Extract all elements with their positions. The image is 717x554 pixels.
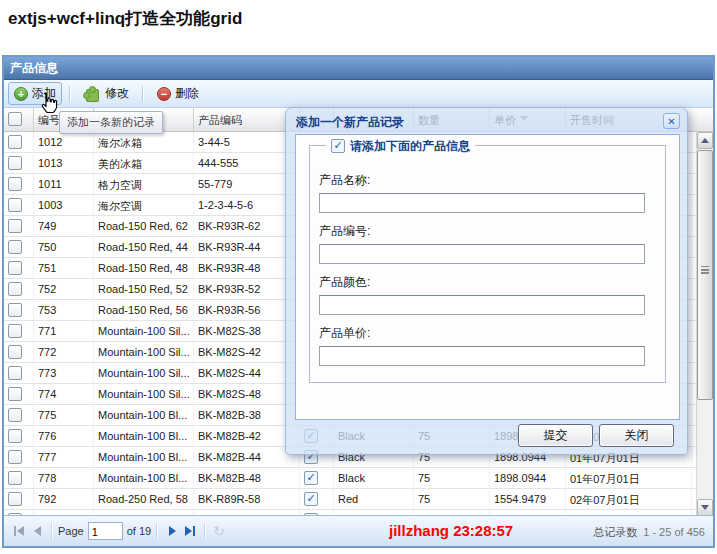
hand-cursor-icon [36, 91, 61, 120]
next-page-button[interactable] [163, 522, 181, 540]
row-select-checkbox[interactable] [8, 282, 22, 296]
add-icon: + [14, 87, 28, 101]
cell-sel[interactable] [4, 489, 34, 509]
paging-toolbar: Page of 19 ↻ jillzhang 23:28:57 总记录数1 - … [4, 515, 713, 546]
select-all-checkbox[interactable] [8, 112, 22, 126]
cell-sel[interactable] [4, 279, 34, 299]
delete-button[interactable]: − 删除 [151, 82, 205, 105]
cell-sel[interactable] [4, 258, 34, 278]
paging-separator [204, 523, 206, 539]
cell-name: Mountain-100 Bl... [94, 447, 194, 467]
cell-chk[interactable]: ✓ [300, 468, 334, 488]
panel-header: 产品信息 [4, 57, 713, 80]
scrollbar-thumb[interactable] [697, 150, 713, 400]
table-row[interactable]: 778Mountain-100 Bl...BK-M82B-48✓Black751… [4, 468, 696, 489]
prev-page-icon [34, 526, 41, 536]
product-name-input[interactable] [319, 193, 645, 213]
prev-page-button[interactable] [28, 522, 46, 540]
delete-icon: − [157, 87, 171, 101]
row-select-checkbox[interactable] [8, 135, 22, 149]
scroll-down-icon [701, 505, 709, 510]
field-product-price: 产品单价: [319, 325, 665, 366]
cell-sel[interactable] [4, 426, 34, 446]
cell-sel[interactable] [4, 195, 34, 215]
row-select-checkbox[interactable] [8, 387, 22, 401]
last-page-icon [193, 526, 195, 536]
cell-sel[interactable] [4, 216, 34, 236]
cell-id: 792 [34, 489, 94, 509]
cell-id: 778 [34, 468, 94, 488]
cell-sel[interactable] [4, 174, 34, 194]
close-button[interactable]: 关闭 [599, 424, 674, 447]
cell-sel[interactable] [4, 237, 34, 257]
dialog-close-button[interactable]: ✕ [663, 113, 680, 129]
cell-name: 格力空调 [94, 174, 194, 194]
cell-sel[interactable] [4, 321, 34, 341]
cell-id: 775 [34, 405, 94, 425]
total-label: 总记录数 [593, 526, 637, 538]
fieldset-checkbox[interactable]: ✓ [331, 139, 345, 153]
row-select-checkbox[interactable] [8, 429, 22, 443]
product-fieldset: ✓ 请添加下面的产品信息 产品名称: 产品编号: 产品颜色: 产品单价: [309, 145, 666, 383]
first-page-icon [14, 526, 16, 536]
paging-separator [156, 523, 158, 539]
product-price-label: 产品单价: [319, 325, 665, 342]
scroll-down-button[interactable] [697, 499, 713, 516]
vertical-scrollbar[interactable] [696, 132, 713, 516]
cell-name: 海尔空调 [94, 195, 194, 215]
row-select-checkbox[interactable] [8, 240, 22, 254]
row-select-checkbox[interactable] [8, 303, 22, 317]
cell-sel[interactable] [4, 384, 34, 404]
cell-name: Mountain-100 Bl... [94, 405, 194, 425]
row-select-checkbox[interactable] [8, 450, 22, 464]
product-price-input[interactable] [319, 346, 645, 366]
cell-chk[interactable]: ✓ [300, 489, 334, 509]
cell-price: 1554.9479 [490, 489, 566, 509]
cell-sel[interactable] [4, 447, 34, 467]
cell-id: 1011 [34, 174, 94, 194]
edit-button[interactable]: 修改 [78, 82, 135, 105]
row-select-checkbox[interactable] [8, 261, 22, 275]
row-select-checkbox[interactable] [8, 324, 22, 338]
last-page-icon [185, 526, 192, 536]
cell-color: Black [334, 468, 414, 488]
submit-button[interactable]: 提交 [518, 424, 593, 447]
product-code-input[interactable] [319, 244, 645, 264]
row-select-checkbox[interactable] [8, 219, 22, 233]
row-select-checkbox[interactable] [8, 345, 22, 359]
product-color-input[interactable] [319, 295, 645, 315]
cell-sel[interactable] [4, 342, 34, 362]
refresh-icon[interactable]: ↻ [213, 523, 225, 539]
row-select-checkbox[interactable] [8, 366, 22, 380]
cell-sel[interactable] [4, 405, 34, 425]
toolbar-separator [69, 86, 71, 102]
cell-id: 776 [34, 426, 94, 446]
cell-sel[interactable] [4, 132, 34, 152]
row-select-checkbox[interactable] [8, 198, 22, 212]
first-page-button[interactable] [10, 522, 28, 540]
cell-name: Road-150 Red, 48 [94, 258, 194, 278]
page-number-input[interactable] [88, 522, 123, 540]
row-select-checkbox[interactable] [8, 156, 22, 170]
cell-sel[interactable] [4, 468, 34, 488]
row-select-checkbox[interactable] [8, 177, 22, 191]
row-select-checkbox[interactable] [8, 471, 22, 485]
table-row[interactable]: 792Road-250 Red, 58BK-R89R-58✓Red751554.… [4, 489, 696, 510]
cell-sel[interactable] [4, 153, 34, 173]
cell-sel[interactable] [4, 363, 34, 383]
row-select-checkbox[interactable] [8, 492, 22, 506]
cell-id: 1012 [34, 132, 94, 152]
last-page-button[interactable] [181, 522, 199, 540]
field-product-color: 产品颜色: [319, 274, 665, 315]
row-select-checkbox[interactable] [8, 408, 22, 422]
field-product-name: 产品名称: [319, 172, 665, 213]
page-label: Page [58, 525, 84, 537]
dialog-body: ✓ 请添加下面的产品信息 产品名称: 产品编号: 产品颜色: 产品单价: [295, 134, 680, 420]
discount-checkbox-checked[interactable]: ✓ [304, 492, 318, 506]
scroll-up-button[interactable] [697, 132, 713, 149]
scrollbar-grip [701, 266, 709, 268]
select-all-header[interactable] [4, 108, 34, 131]
discount-checkbox-checked[interactable]: ✓ [304, 471, 318, 485]
cell-sel[interactable] [4, 300, 34, 320]
dialog-footer: 提交 关闭 [286, 417, 687, 454]
